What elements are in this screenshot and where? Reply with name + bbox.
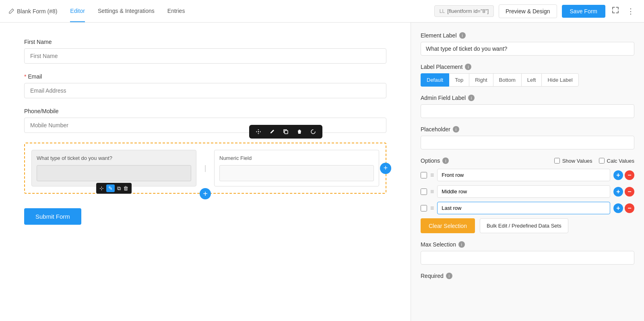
form-row: What type of ticket do you want? ⊹ ✎ ⧉ 🗑… bbox=[31, 150, 379, 186]
more-options-button[interactable]: ⋮ bbox=[625, 5, 636, 17]
add-col-button[interactable]: + bbox=[380, 163, 391, 174]
save-button[interactable]: Save Form bbox=[562, 5, 605, 18]
admin-label-input[interactable] bbox=[421, 104, 634, 118]
shortcode-icon: LL bbox=[440, 8, 445, 14]
option-add-0[interactable]: + bbox=[613, 170, 623, 180]
option-rows: ≡ + − ≡ + − bbox=[421, 169, 634, 214]
option-actions-2: + − bbox=[613, 203, 634, 213]
col2: Numeric Field bbox=[214, 150, 379, 186]
phone-input[interactable] bbox=[24, 118, 386, 133]
options-checkboxes: Show Values Calc Values bbox=[554, 158, 634, 164]
right-panel: Element Label i Label Placement i Defaul… bbox=[411, 23, 644, 321]
preview-button[interactable]: Preview & Design bbox=[499, 4, 557, 18]
calc-values-label[interactable]: Calc Values bbox=[599, 158, 634, 164]
email-label: * Email bbox=[24, 73, 386, 80]
placement-buttons: Default Top Right Bottom Left Hide Label bbox=[421, 73, 634, 87]
email-field: * Email bbox=[24, 73, 386, 98]
option-add-2[interactable]: + bbox=[613, 203, 623, 213]
show-values-checkbox[interactable] bbox=[554, 158, 560, 164]
svg-rect-0 bbox=[285, 130, 288, 134]
col1-delete-btn[interactable]: 🗑 bbox=[123, 185, 128, 191]
col-divider: | bbox=[203, 150, 208, 186]
placement-default[interactable]: Default bbox=[421, 73, 449, 87]
placeholder-input[interactable] bbox=[421, 136, 634, 149]
refresh-icon bbox=[310, 129, 316, 135]
option-input-2[interactable] bbox=[437, 202, 610, 214]
tab-settings[interactable]: Settings & Integrations bbox=[98, 0, 155, 22]
option-input-1[interactable] bbox=[437, 185, 610, 198]
multi-col-row: What type of ticket do you want? ⊹ ✎ ⧉ 🗑… bbox=[24, 143, 386, 194]
element-label-section: Element Label i bbox=[421, 32, 634, 56]
email-input[interactable] bbox=[24, 83, 386, 98]
required-info[interactable]: i bbox=[446, 273, 452, 279]
clear-selection-button[interactable]: Clear Selection bbox=[421, 218, 475, 233]
drag-handle-0[interactable]: ≡ bbox=[430, 172, 434, 179]
option-check-0[interactable] bbox=[421, 172, 427, 178]
placement-bottom[interactable]: Bottom bbox=[493, 73, 521, 87]
edit-field-btn[interactable] bbox=[268, 127, 277, 136]
label-placement-info[interactable]: i bbox=[465, 64, 471, 70]
tab-entries[interactable]: Entries bbox=[167, 0, 185, 22]
show-values-label[interactable]: Show Values bbox=[554, 158, 592, 164]
drag-handle-1[interactable]: ≡ bbox=[430, 188, 434, 195]
first-name-field: First Name bbox=[24, 39, 386, 64]
refresh-field-btn[interactable] bbox=[309, 127, 318, 136]
copy-icon bbox=[283, 129, 289, 135]
option-add-1[interactable]: + bbox=[613, 187, 623, 197]
options-info[interactable]: i bbox=[442, 157, 449, 164]
tab-editor[interactable]: Editor bbox=[70, 0, 85, 22]
brand-title: Blank Form (#8) bbox=[17, 8, 57, 14]
col2-label: Numeric Field bbox=[219, 155, 374, 161]
col1-copy-btn[interactable]: ⧉ bbox=[117, 185, 121, 192]
trash-icon bbox=[297, 129, 302, 135]
option-input-0[interactable] bbox=[437, 169, 610, 181]
add-row-button[interactable]: + bbox=[200, 188, 211, 199]
admin-field-label-title: Admin Field Label i bbox=[421, 95, 634, 101]
move-icon bbox=[256, 129, 261, 135]
phone-field: Phone/Mobile bbox=[24, 108, 386, 133]
required-title: Required i bbox=[421, 273, 634, 279]
admin-field-label-section: Admin Field Label i bbox=[421, 95, 634, 118]
option-actions-1: + − bbox=[613, 187, 634, 197]
main-layout: First Name * Email Phone/Mobile bbox=[0, 23, 644, 321]
edit-icon bbox=[8, 8, 14, 14]
fullscreen-icon bbox=[612, 6, 619, 14]
calc-values-checkbox[interactable] bbox=[599, 158, 605, 164]
col1-edit-btn[interactable]: ✎ bbox=[106, 184, 115, 192]
option-check-2[interactable] bbox=[421, 205, 427, 211]
placement-right[interactable]: Right bbox=[469, 73, 493, 87]
option-row-2: ≡ + − bbox=[421, 202, 634, 214]
placement-hide[interactable]: Hide Label bbox=[541, 73, 578, 87]
copy-field-btn[interactable] bbox=[281, 127, 290, 136]
label-placement-section: Label Placement i Default Top Right Bott… bbox=[421, 64, 634, 87]
option-check-1[interactable] bbox=[421, 188, 427, 195]
first-name-input[interactable] bbox=[24, 48, 386, 64]
admin-label-info[interactable]: i bbox=[468, 95, 475, 101]
fullscreen-button[interactable] bbox=[610, 5, 621, 17]
first-name-label: First Name bbox=[24, 39, 386, 45]
calc-values-text: Calc Values bbox=[607, 158, 634, 164]
option-remove-0[interactable]: − bbox=[625, 170, 634, 180]
max-selection-input[interactable] bbox=[421, 251, 634, 265]
options-section: Options i Show Values Calc Values bbox=[421, 157, 634, 233]
bulk-edit-button[interactable]: Bulk Edit / Predefined Data Sets bbox=[480, 218, 568, 233]
col1-move-btn[interactable]: ⊹ bbox=[99, 185, 104, 191]
placeholder-info[interactable]: i bbox=[453, 126, 459, 133]
max-selection-section: Max Selection i bbox=[421, 241, 634, 265]
element-label-info[interactable]: i bbox=[459, 32, 466, 39]
delete-field-btn[interactable] bbox=[295, 127, 304, 136]
submit-button[interactable]: Submit Form bbox=[24, 208, 81, 225]
max-selection-info[interactable]: i bbox=[458, 241, 465, 248]
col1-toolbar: ⊹ ✎ ⧉ 🗑 bbox=[96, 183, 132, 194]
option-row-0: ≡ + − bbox=[421, 169, 634, 181]
move-handle-btn[interactable] bbox=[254, 127, 263, 136]
placement-left[interactable]: Left bbox=[521, 73, 542, 87]
element-label-input[interactable] bbox=[421, 42, 634, 56]
drag-handle-2[interactable]: ≡ bbox=[430, 205, 434, 212]
option-remove-1[interactable]: − bbox=[625, 187, 634, 197]
required-star: * bbox=[24, 73, 26, 80]
placement-top[interactable]: Top bbox=[449, 73, 469, 87]
col1-label: What type of ticket do you want? bbox=[37, 155, 191, 161]
option-remove-2[interactable]: − bbox=[625, 203, 634, 213]
option-actions-0: + − bbox=[613, 170, 634, 180]
